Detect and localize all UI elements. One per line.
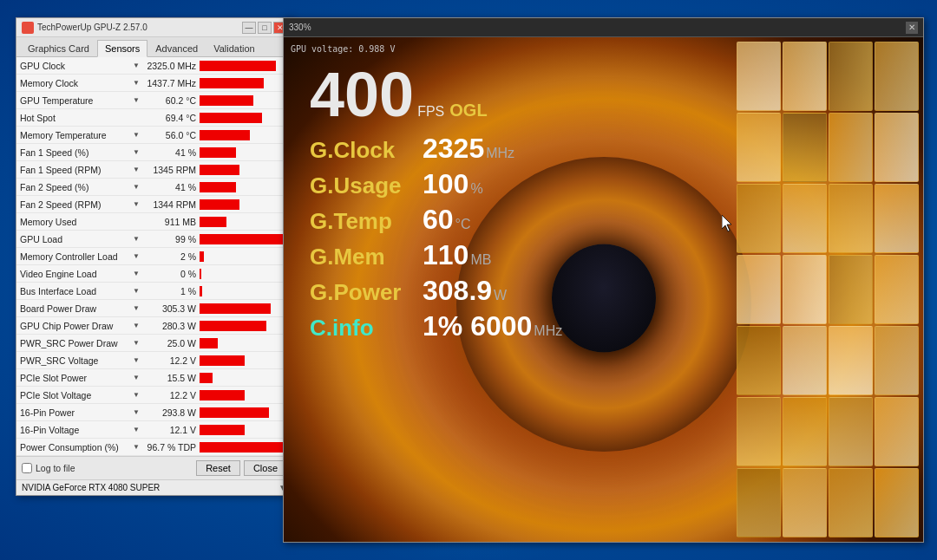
close-sensors-button[interactable]: Close — [244, 460, 287, 476]
sensor-bar — [200, 286, 202, 296]
fps-display: 400 FPS OGL — [310, 63, 488, 127]
cube-cell — [783, 42, 827, 111]
gpuz-window: TechPowerUp GPU-Z 2.57.0 — □ ✕ Graphics … — [16, 17, 293, 496]
cube-cell — [875, 397, 919, 466]
sensor-bar-container — [200, 95, 289, 106]
sensor-dropdown-icon[interactable]: ▼ — [133, 426, 143, 433]
cube-cell — [829, 113, 873, 182]
sensor-row: 16-Pin Power ▼ 293.8 W — [16, 404, 292, 421]
sensor-dropdown-icon[interactable]: ▼ — [133, 339, 143, 347]
sensor-value: 911 MB — [143, 217, 200, 227]
cube-cell — [875, 42, 919, 111]
stat-line: G.Power308.9W — [310, 275, 562, 307]
stat-unit: MB — [470, 252, 491, 268]
cube-cell — [783, 468, 827, 537]
sensor-dropdown-icon[interactable]: ▼ — [133, 252, 143, 260]
sensor-name: PCIe Slot Power — [20, 373, 133, 383]
sensor-bar-container — [200, 286, 289, 296]
sensor-bar — [200, 303, 271, 314]
sensor-row: Board Power Draw ▼ 305.3 W — [16, 300, 292, 317]
sensor-dropdown-icon[interactable]: ▼ — [133, 200, 143, 208]
cube-cell — [875, 255, 919, 324]
sensor-bar-container — [200, 165, 289, 175]
sensor-bar-container — [200, 234, 289, 244]
tab-sensors[interactable]: Sensors — [97, 40, 147, 57]
sensor-bar — [200, 425, 245, 435]
gpu-name: NVIDIA GeForce RTX 4080 SUPER — [22, 483, 278, 492]
sensor-dropdown-icon[interactable]: ▼ — [133, 270, 143, 277]
sensor-name: 16-Pin Voltage — [20, 425, 133, 435]
overlay-close-button[interactable]: ✕ — [906, 22, 918, 34]
window-controls: — □ ✕ — [242, 22, 287, 34]
reset-button[interactable]: Reset — [196, 460, 240, 476]
sensor-value: 1344 RPM — [143, 199, 200, 210]
maximize-button[interactable]: □ — [258, 22, 272, 34]
sensor-bar-container — [200, 321, 289, 331]
sensor-dropdown-icon[interactable]: ▼ — [133, 374, 143, 381]
sensor-value: 293.8 W — [143, 407, 200, 418]
sensor-name: Fan 2 Speed (%) — [20, 182, 133, 192]
tab-validation[interactable]: Validation — [206, 40, 263, 56]
sensor-dropdown-icon[interactable]: ▼ — [133, 287, 143, 295]
overlay-titlebar: 330% ✕ — [284, 18, 923, 37]
eye-pupil — [552, 244, 656, 353]
sensor-dropdown-icon[interactable]: ▼ — [133, 183, 143, 191]
sensor-bar — [200, 199, 239, 210]
overlay-title: 330% — [289, 23, 906, 32]
sensor-dropdown-icon[interactable]: ▼ — [133, 443, 143, 451]
fps-api-label: OGL — [449, 101, 487, 120]
sensor-row: Video Engine Load ▼ 0 % — [16, 265, 292, 283]
sensor-row: Fan 2 Speed (RPM) ▼ 1344 RPM — [16, 196, 292, 213]
sensor-value: 69.4 °C — [143, 113, 200, 123]
stat-line: G.Temp60°C — [310, 204, 562, 236]
minimize-button[interactable]: — — [242, 22, 256, 34]
sensor-dropdown-icon[interactable]: ▼ — [133, 148, 143, 156]
sensor-bar — [200, 95, 253, 106]
sensor-dropdown-icon[interactable]: ▼ — [133, 356, 143, 364]
sensor-name: GPU Load — [20, 234, 133, 244]
stat-value: 1% 6000 — [423, 310, 532, 342]
sensor-name: Memory Clock — [20, 78, 133, 88]
stat-value: 2325 — [423, 133, 484, 165]
sensor-dropdown-icon[interactable]: ▼ — [133, 96, 143, 104]
sensor-row: Power Consumption (%) ▼ 96.7 % TDP — [16, 439, 292, 456]
sensor-value: 2325.0 MHz — [143, 61, 200, 71]
stat-value: 60 — [423, 204, 454, 236]
sensor-dropdown-icon[interactable]: ▼ — [133, 304, 143, 312]
sensor-dropdown-icon[interactable]: ▼ — [133, 408, 143, 416]
sensor-dropdown-icon[interactable]: ▼ — [133, 131, 143, 139]
sensor-value: 12.2 V — [143, 355, 200, 366]
sensor-value: 41 % — [143, 182, 200, 192]
cube-cell — [783, 326, 827, 395]
sensor-row: Fan 2 Speed (%) ▼ 41 % — [16, 179, 292, 196]
cube-cell — [737, 468, 781, 537]
sensor-value: 12.1 V — [143, 425, 200, 435]
tab-graphics-card[interactable]: Graphics Card — [20, 40, 97, 56]
sensor-bar-container — [200, 442, 289, 453]
sensor-dropdown-icon[interactable]: ▼ — [133, 391, 143, 399]
gpuz-title: TechPowerUp GPU-Z 2.57.0 — [37, 23, 242, 32]
stat-label: C.info — [310, 315, 423, 342]
sensor-dropdown-icon[interactable]: ▼ — [133, 79, 143, 87]
sensor-value: 280.3 W — [143, 321, 200, 331]
tab-advanced[interactable]: Advanced — [147, 40, 206, 56]
stat-value: 308.9 — [423, 275, 492, 307]
sensor-dropdown-icon[interactable]: ▼ — [133, 62, 143, 69]
sensor-dropdown-icon[interactable]: ▼ — [133, 166, 143, 173]
sensor-row: Memory Temperature ▼ 56.0 °C — [16, 127, 292, 144]
log-to-file-checkbox[interactable] — [22, 463, 32, 473]
cube-cell — [737, 184, 781, 253]
sensor-dropdown-icon[interactable]: ▼ — [133, 322, 143, 329]
sensor-bar-container — [200, 269, 289, 279]
sensor-bar-container — [200, 199, 289, 210]
sensor-name: Fan 1 Speed (RPM) — [20, 165, 133, 175]
game-viewport: GPU voltage: 0.988 V 400 FPS OGL G.Clock… — [284, 37, 923, 542]
sensor-name: PWR_SRC Power Draw — [20, 338, 133, 348]
sensor-name: Memory Temperature — [20, 130, 133, 140]
sensor-name: Video Engine Load — [20, 269, 133, 279]
sensor-value: 1 % — [143, 286, 200, 296]
sensor-dropdown-icon[interactable]: ▼ — [133, 235, 143, 243]
sensor-name: PWR_SRC Voltage — [20, 355, 133, 366]
sensor-row: PCIe Slot Voltage ▼ 12.2 V — [16, 387, 292, 404]
cube-cell — [829, 397, 873, 466]
